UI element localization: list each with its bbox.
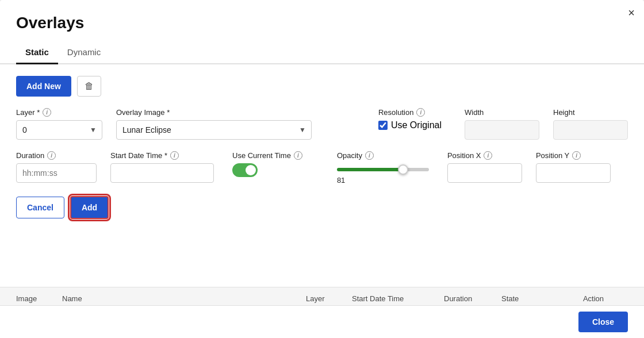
th-state: State — [501, 294, 559, 303]
th-layer: Layer — [306, 294, 352, 303]
duration-info-icon[interactable]: i — [47, 151, 56, 160]
use-current-time-info-icon[interactable]: i — [294, 151, 302, 160]
modal-overlays: × Overlays Static Dynamic Add New 🗑 Laye… — [0, 0, 644, 338]
overlay-image-select-wrapper: Lunar Eclipse ▼ — [116, 120, 312, 140]
resolution-block: Resolution i Use Original — [378, 108, 442, 130]
form-row-1: Layer * i 0 1 2 ▼ Overlay Image * — [16, 108, 628, 140]
start-date-time-info-icon[interactable]: i — [170, 151, 179, 160]
position-y-label: Position Y i — [536, 151, 611, 160]
height-input[interactable] — [553, 120, 628, 140]
start-date-time-label: Start Date Time * i — [110, 151, 214, 160]
resolution-group: Resolution i Use Original Width Height — [378, 108, 628, 140]
height-block: Height — [553, 108, 628, 140]
duration-input[interactable] — [16, 163, 97, 183]
add-button[interactable]: Add — [70, 196, 109, 219]
toolbar: Add New 🗑 — [16, 76, 628, 97]
use-current-time-field: Use Current Time i — [232, 151, 302, 177]
position-y-input[interactable] — [536, 163, 611, 183]
height-label: Height — [553, 108, 628, 117]
tab-dynamic[interactable]: Dynamic — [58, 41, 110, 64]
th-name: Name — [62, 294, 306, 303]
th-duration: Duration — [444, 294, 501, 303]
use-original-row: Use Original — [378, 120, 442, 130]
layer-select[interactable]: 0 1 2 — [16, 120, 102, 140]
use-original-label: Use Original — [391, 120, 442, 130]
close-button[interactable]: Close — [578, 312, 628, 332]
tabs-bar: Static Dynamic — [0, 41, 644, 64]
opacity-label: Opacity i — [337, 151, 429, 160]
width-block: Width — [465, 108, 539, 140]
position-x-field: Position X i — [447, 151, 522, 183]
resolution-label: Resolution i — [378, 108, 442, 117]
overlay-image-field: Overlay Image * Lunar Eclipse ▼ — [116, 108, 312, 140]
close-icon[interactable]: × — [628, 7, 635, 18]
start-date-time-field: Start Date Time * i — [110, 151, 214, 183]
action-row: Cancel Add — [16, 196, 628, 219]
use-current-time-toggle[interactable] — [232, 163, 258, 177]
th-action: Action — [559, 294, 628, 303]
duration-field: Duration i — [16, 151, 97, 183]
layer-field: Layer * i 0 1 2 ▼ — [16, 108, 102, 140]
opacity-slider-thumb[interactable] — [398, 164, 408, 175]
form-row-2: Duration i Start Date Time * i Use Curre… — [16, 151, 628, 185]
th-image: Image — [16, 294, 62, 303]
add-new-button[interactable]: Add New — [16, 76, 71, 97]
layer-select-wrapper: 0 1 2 ▼ — [16, 120, 102, 140]
overlay-image-label: Overlay Image * — [116, 108, 312, 117]
position-x-info-icon[interactable]: i — [484, 151, 492, 160]
th-startdt: Start Date Time — [352, 294, 444, 303]
trash-icon: 🗑 — [85, 81, 94, 91]
position-x-input[interactable] — [447, 163, 522, 183]
opacity-value: 81 — [337, 176, 429, 185]
delete-button[interactable]: 🗑 — [77, 76, 101, 97]
width-label: Width — [465, 108, 539, 117]
position-y-field: Position Y i — [536, 151, 611, 183]
opacity-slider-track — [337, 168, 429, 171]
modal-title: Overlays — [0, 0, 644, 41]
modal-footer: Close — [0, 305, 644, 338]
cancel-button[interactable]: Cancel — [16, 197, 64, 218]
layer-label: Layer * i — [16, 108, 102, 117]
use-current-time-label: Use Current Time i — [232, 151, 302, 160]
tab-static[interactable]: Static — [16, 41, 58, 64]
duration-label: Duration i — [16, 151, 97, 160]
start-date-time-input[interactable] — [110, 163, 214, 183]
opacity-info-icon[interactable]: i — [365, 151, 374, 160]
opacity-field: Opacity i 81 — [337, 151, 429, 185]
position-x-label: Position X i — [447, 151, 522, 160]
width-input[interactable] — [465, 120, 539, 140]
overlay-image-select[interactable]: Lunar Eclipse — [116, 120, 312, 140]
position-y-info-icon[interactable]: i — [572, 151, 581, 160]
layer-info-icon[interactable]: i — [43, 108, 51, 117]
use-original-checkbox[interactable] — [378, 121, 388, 130]
resolution-info-icon[interactable]: i — [416, 108, 425, 117]
